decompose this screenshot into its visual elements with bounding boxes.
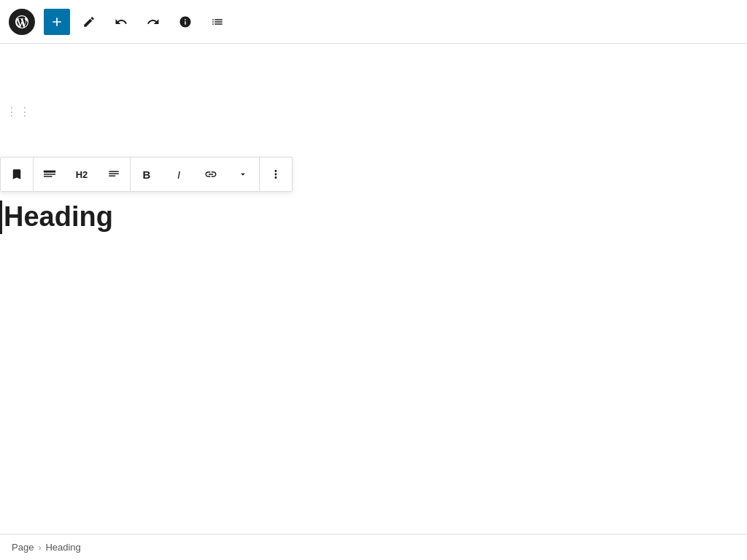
breadcrumb-heading[interactable]: Heading [45, 542, 80, 553]
top-toolbar [0, 0, 747, 44]
block-drag-area[interactable]: ⋮⋮ [0, 102, 38, 122]
text-align-button[interactable] [98, 157, 130, 192]
block-bookmark-button[interactable] [1, 157, 33, 192]
extra-options-group [260, 158, 292, 191]
bold-button[interactable]: B [131, 157, 163, 192]
block-toolbar: H2 B I [0, 157, 293, 192]
more-options-button[interactable] [260, 157, 292, 192]
undo-button[interactable] [108, 9, 134, 35]
info-button[interactable] [172, 9, 198, 35]
wp-logo[interactable] [9, 9, 35, 35]
edit-button[interactable] [76, 9, 102, 35]
svg-rect-2 [44, 176, 53, 177]
breadcrumb-page[interactable]: Page [12, 542, 34, 553]
breadcrumb-bar: Page › Heading [0, 534, 747, 560]
svg-rect-0 [44, 171, 56, 173]
more-options-chevron-button[interactable] [227, 157, 259, 192]
link-button[interactable] [195, 157, 227, 192]
heading-text[interactable]: Heading [4, 201, 747, 234]
redo-button[interactable] [140, 9, 166, 35]
heading-block[interactable]: Heading [0, 201, 747, 234]
block-layout-button[interactable] [34, 157, 66, 192]
formatting-group: B I [131, 158, 260, 191]
block-type-group [1, 158, 34, 191]
italic-button[interactable]: I [163, 157, 195, 192]
add-block-button[interactable] [44, 9, 70, 35]
breadcrumb-separator: › [38, 542, 41, 553]
list-view-button[interactable] [204, 9, 231, 35]
svg-rect-1 [44, 174, 56, 175]
heading-level-button[interactable]: H2 [66, 157, 98, 192]
heading-controls-group: H2 [34, 158, 131, 191]
